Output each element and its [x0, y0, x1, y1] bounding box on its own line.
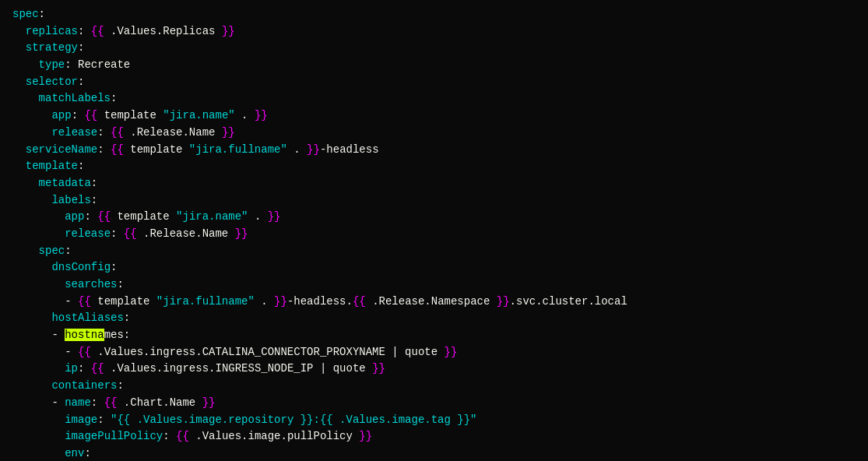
code-line-26: imagePullPolicy: {{ .Values.image.pullPo…	[12, 428, 856, 445]
code-line-3: strategy:	[12, 40, 856, 57]
code-line-8: release: {{ .Release.Name }}	[12, 125, 856, 142]
code-line-19: hostAliases:	[12, 310, 856, 327]
code-line-22: ip: {{ .Values.ingress.INGRESS_NODE_IP |…	[12, 361, 856, 378]
code-line-17: searches:	[12, 276, 856, 294]
code-line-27: env:	[12, 445, 856, 461]
code-line-6: matchLabels:	[12, 90, 856, 107]
code-line-11: metadata:	[12, 175, 856, 192]
code-line-9: serviceName: {{ template "jira.fullname"…	[12, 142, 856, 159]
code-line-2: replicas: {{ .Values.Replicas }}	[12, 23, 856, 40]
code-line-10: template:	[12, 158, 856, 175]
code-line-13: app: {{ template "jira.name" . }}	[12, 209, 856, 226]
code-line-20: - hostnames:	[12, 327, 856, 344]
code-line-21: - {{ .Values.ingress.CATALINA_CONNECTOR_…	[12, 344, 856, 361]
code-line-16: dnsConfig:	[12, 259, 856, 276]
code-line-12: labels:	[12, 192, 856, 209]
code-line-25: image: "{{ .Values.image.repository }}:{…	[12, 412, 856, 429]
code-line-14: release: {{ .Release.Name }}	[12, 226, 856, 243]
code-line-24: - name: {{ .Chart.Name }}	[12, 395, 856, 412]
code-line-18: - {{ template "jira.fullname" . }}-headl…	[12, 294, 856, 311]
highlight-hostna: hostna	[65, 329, 104, 341]
code-line-7: app: {{ template "jira.name" . }}	[12, 107, 856, 125]
code-line-23: containers:	[12, 378, 856, 395]
code-viewer: spec: replicas: {{ .Values.Replicas }} s…	[0, 0, 868, 461]
code-line-5: selector:	[12, 74, 856, 91]
code-line-4: type: Recreate	[12, 57, 856, 74]
code-line-15: spec:	[12, 243, 856, 260]
code-line-1: spec:	[12, 6, 856, 23]
